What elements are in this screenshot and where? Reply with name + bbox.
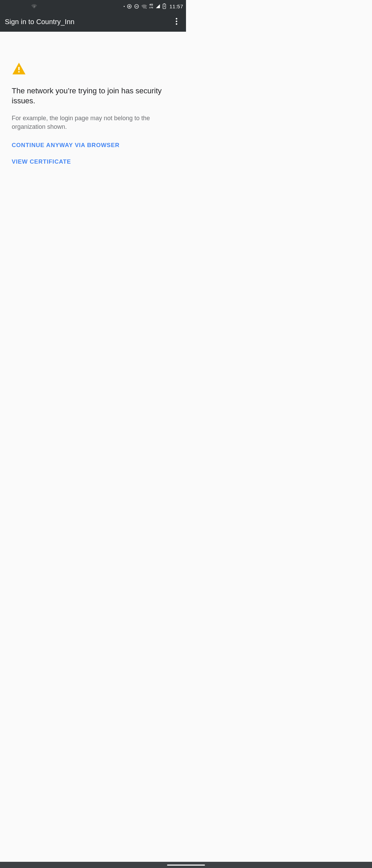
wifi-unknown-icon: ?: [31, 3, 37, 8]
clock-text: 11:57: [169, 3, 183, 9]
cellular-signal-icon: [155, 4, 161, 9]
notification-dot-icon: [124, 6, 125, 7]
view-certificate-button[interactable]: VIEW CERTIFICATE: [12, 158, 71, 165]
page-title: Sign in to Country_Inn: [5, 18, 74, 26]
network-sub-text: LTE: [149, 6, 153, 9]
svg-rect-13: [18, 71, 20, 73]
status-bar: ? × 4G LTE: [0, 0, 186, 12]
captive-portal-warning: The network you’re trying to join has se…: [0, 32, 186, 165]
svg-text:×: ×: [146, 7, 147, 9]
warning-subtext: For example, the login page may not belo…: [12, 114, 174, 131]
warning-icon: [12, 63, 174, 76]
svg-point-10: [176, 20, 177, 22]
wifi-no-internet-icon: ×: [141, 4, 147, 9]
svg-rect-12: [18, 67, 20, 70]
network-type-label: 4G LTE: [149, 3, 153, 9]
continue-anyway-button[interactable]: CONTINUE ANYWAY VIA BROWSER: [12, 142, 120, 149]
svg-point-9: [176, 18, 177, 19]
overflow-menu-button[interactable]: [172, 15, 181, 29]
svg-text:?: ?: [33, 6, 35, 8]
do-not-disturb-icon: [134, 4, 139, 9]
app-bar: Sign in to Country_Inn: [0, 12, 186, 32]
data-saver-icon: [127, 4, 132, 9]
svg-rect-8: [164, 3, 165, 4]
network-type-text: 4G: [149, 3, 153, 6]
warning-headline: The network you’re trying to join has se…: [12, 86, 174, 106]
more-vert-icon: [176, 18, 177, 26]
svg-point-11: [176, 23, 177, 24]
battery-charging-icon: [163, 3, 166, 9]
status-left-icons: ?: [31, 3, 37, 9]
status-right-icons: × 4G LTE 11:57: [124, 3, 183, 9]
